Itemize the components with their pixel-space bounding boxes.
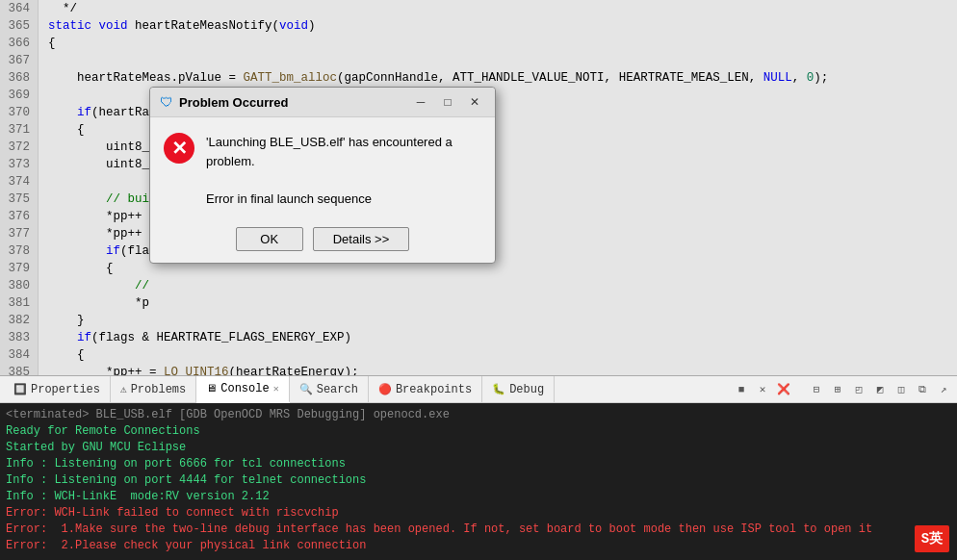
ok-button[interactable]: OK bbox=[236, 227, 303, 251]
terminal-line: Error: WCH-Link failed to connect with r… bbox=[6, 505, 951, 522]
terminal-line: Ready for Remote Connections bbox=[6, 423, 951, 440]
error-icon: ✕ bbox=[164, 133, 194, 164]
terminal-line: Info : WCH-LinkE mode:RV version 2.12 bbox=[6, 489, 951, 505]
action-btn-10[interactable]: ↗ bbox=[934, 380, 953, 399]
problems-icon: ⚠ bbox=[120, 383, 127, 395]
terminal-header: <terminated> BLE_USB.elf [GDB OpenOCD MR… bbox=[6, 407, 951, 423]
dialog-title-text: Problem Occurred bbox=[179, 95, 404, 110]
action-btn-9[interactable]: ⧉ bbox=[913, 380, 932, 399]
terminal-area: <terminated> BLE_USB.elf [GDB OpenOCD MR… bbox=[0, 403, 957, 560]
action-btn-5[interactable]: ⊞ bbox=[828, 380, 847, 399]
terminal-line: Started by GNU MCU Eclipse bbox=[6, 440, 951, 456]
console-icon: 🖥 bbox=[206, 382, 217, 395]
terminal-line: Info : Listening on port 4444 for telnet… bbox=[6, 472, 951, 489]
problem-dialog: 🛡 Problem Occurred ─ □ ✕ ✕ 'Launching BL… bbox=[149, 87, 496, 264]
dialog-titlebar: 🛡 Problem Occurred ─ □ ✕ bbox=[150, 88, 495, 117]
tab-actions: ■ ✕ ❌ ⊟ ⊞ ◰ ◩ ◫ ⧉ ↗ bbox=[732, 380, 953, 399]
debug-icon: 🐛 bbox=[492, 383, 505, 395]
dialog-maximize-button[interactable]: □ bbox=[437, 93, 458, 111]
search-tab-icon: 🔍 bbox=[299, 383, 313, 395]
dialog-close-button[interactable]: ✕ bbox=[464, 93, 485, 111]
tab-search[interactable]: 🔍 Search bbox=[290, 376, 369, 403]
terminal-line: Info : Listening on port 6666 for tcl co… bbox=[6, 456, 951, 472]
terminal-line: Error: 2.Please check your physical link… bbox=[6, 538, 951, 554]
properties-icon: 🔲 bbox=[13, 383, 27, 395]
breakpoints-icon: 🔴 bbox=[378, 383, 392, 395]
tab-breakpoints[interactable]: 🔴 Breakpoints bbox=[369, 376, 482, 403]
action-btn-2[interactable]: ✕ bbox=[753, 380, 772, 399]
dialog-overlay: 🛡 Problem Occurred ─ □ ✕ ✕ 'Launching BL… bbox=[0, 0, 957, 375]
console-close-icon[interactable]: ✕ bbox=[273, 383, 279, 395]
logo-badge: S英 bbox=[915, 525, 949, 552]
action-btn-7[interactable]: ◩ bbox=[870, 380, 890, 399]
action-btn-3[interactable]: ❌ bbox=[774, 380, 793, 399]
details-button[interactable]: Details >> bbox=[313, 227, 410, 251]
action-btn-8[interactable]: ◫ bbox=[892, 380, 911, 399]
dialog-body: ✕ 'Launching BLE_USB.elf' has encountere… bbox=[150, 117, 495, 219]
dialog-minimize-button[interactable]: ─ bbox=[410, 93, 431, 111]
dialog-message: 'Launching BLE_USB.elf' has encountered … bbox=[206, 133, 453, 208]
stop-button[interactable]: ■ bbox=[732, 380, 751, 399]
action-btn-4[interactable]: ⊟ bbox=[807, 380, 826, 399]
dialog-title-icon: 🛡 bbox=[160, 94, 173, 110]
tab-problems[interactable]: ⚠ Problems bbox=[111, 376, 196, 403]
tab-bar: 🔲 Properties ⚠ Problems 🖥 Console ✕ 🔍 Se… bbox=[0, 376, 957, 403]
tab-debug[interactable]: 🐛 Debug bbox=[482, 376, 555, 403]
tab-properties[interactable]: 🔲 Properties bbox=[4, 376, 111, 403]
terminal-line: Error: 1.Make sure the two-line debug in… bbox=[6, 522, 951, 538]
terminal-lines: Ready for Remote ConnectionsStarted by G… bbox=[6, 423, 951, 554]
tab-console[interactable]: 🖥 Console ✕ bbox=[196, 376, 289, 403]
action-btn-6[interactable]: ◰ bbox=[849, 380, 868, 399]
dialog-footer: OK Details >> bbox=[150, 219, 495, 263]
bottom-panel: 🔲 Properties ⚠ Problems 🖥 Console ✕ 🔍 Se… bbox=[0, 375, 957, 560]
